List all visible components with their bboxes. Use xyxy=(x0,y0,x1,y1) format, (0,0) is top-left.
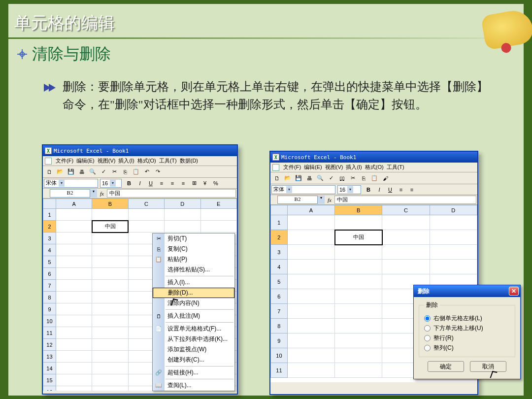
context-menu-item[interactable]: 选择性粘贴(S)... xyxy=(153,265,234,275)
cell[interactable] xyxy=(382,245,430,260)
format-painter-button[interactable]: 🖌 xyxy=(380,173,390,183)
row-header[interactable]: 2 xyxy=(271,230,288,245)
open-button[interactable]: 📂 xyxy=(55,167,65,177)
cell[interactable] xyxy=(287,215,334,230)
underline-button[interactable]: U xyxy=(385,185,395,195)
dropdown-icon[interactable]: ▾ xyxy=(318,196,325,204)
name-box[interactable]: B2 xyxy=(277,196,318,204)
row-header[interactable]: 6 xyxy=(271,289,288,304)
row-header[interactable]: 12 xyxy=(43,339,56,351)
cut-button[interactable]: ✂ xyxy=(348,173,358,183)
menu-tools[interactable]: 工具(T) xyxy=(159,157,177,165)
row-header[interactable]: 10 xyxy=(43,315,56,327)
col-header[interactable]: C xyxy=(128,199,164,209)
context-menu-item[interactable]: 🔗超链接(H)... xyxy=(153,367,234,378)
menu-format[interactable]: 格式(O) xyxy=(137,157,156,165)
cell[interactable] xyxy=(92,327,128,339)
col-header[interactable]: C xyxy=(382,205,430,215)
font-combo[interactable]: 宋体▾ xyxy=(271,185,335,194)
cell[interactable] xyxy=(56,339,92,351)
row-header[interactable]: 6 xyxy=(43,268,56,280)
cell[interactable] xyxy=(430,245,477,260)
row-header[interactable]: 16 xyxy=(43,386,56,391)
cell[interactable] xyxy=(287,333,334,348)
menu-edit[interactable]: 编辑(E) xyxy=(304,164,322,171)
cell[interactable] xyxy=(335,319,382,333)
new-button[interactable]: 🗋 xyxy=(272,173,282,183)
align-center-button[interactable]: ≡ xyxy=(167,178,177,188)
fontsize-combo[interactable]: 16▾ xyxy=(337,185,361,194)
bold-button[interactable]: B xyxy=(364,185,373,195)
paste-button[interactable]: 📋 xyxy=(131,167,141,177)
close-button[interactable]: ✕ xyxy=(509,287,519,296)
open-button[interactable]: 📂 xyxy=(283,173,293,183)
redo-button[interactable]: ↷ xyxy=(153,167,163,177)
cell[interactable] xyxy=(128,221,164,233)
row-header[interactable]: 5 xyxy=(43,256,56,268)
context-menu-item[interactable]: 创建列表(C)... xyxy=(153,355,234,365)
radio-shift-left[interactable]: 右侧单元格左移(L) xyxy=(424,313,510,323)
fx-icon[interactable]: fx xyxy=(100,191,104,197)
percent-button[interactable]: % xyxy=(211,178,221,188)
cell[interactable] xyxy=(335,348,382,363)
cell[interactable] xyxy=(56,268,92,280)
cell[interactable] xyxy=(165,221,200,233)
context-menu-item[interactable]: 插入(I)... xyxy=(153,277,234,288)
row-header[interactable]: 3 xyxy=(271,245,288,260)
spell-button[interactable]: ✓ xyxy=(326,173,336,183)
menu-file[interactable]: 文件(F) xyxy=(283,164,301,171)
row-header[interactable]: 8 xyxy=(43,292,56,303)
col-header[interactable]: B xyxy=(335,205,382,215)
research-button[interactable]: 🕮 xyxy=(337,173,347,183)
underline-button[interactable]: U xyxy=(146,178,156,188)
cell[interactable] xyxy=(56,315,92,327)
fontsize-combo[interactable]: 16▾ xyxy=(100,179,122,188)
menu-format[interactable]: 格式(O) xyxy=(365,164,384,171)
dialog-titlebar[interactable]: 删除 ✕ xyxy=(414,285,520,297)
row-header[interactable]: 3 xyxy=(43,233,56,244)
save-button[interactable]: 💾 xyxy=(66,167,76,177)
cell[interactable] xyxy=(128,209,164,221)
titlebar[interactable]: X Microsoft Excel - Book1 xyxy=(270,152,477,163)
context-menu-item[interactable]: 添加监视点(W) xyxy=(153,344,234,355)
cell[interactable] xyxy=(56,280,92,292)
print-button[interactable]: 🖶 xyxy=(304,173,314,183)
cell[interactable] xyxy=(92,315,128,327)
radio-input[interactable] xyxy=(424,335,431,341)
row-header[interactable]: 4 xyxy=(271,260,288,274)
row-header[interactable]: 7 xyxy=(43,280,56,292)
cell[interactable] xyxy=(92,303,128,315)
name-box[interactable]: B2 xyxy=(50,189,90,198)
cell[interactable] xyxy=(56,386,92,391)
undo-button[interactable]: ↶ xyxy=(142,167,152,177)
col-header[interactable]: E xyxy=(200,199,236,209)
cell[interactable] xyxy=(165,209,200,221)
currency-button[interactable]: ¥ xyxy=(200,178,210,188)
row-header[interactable]: 14 xyxy=(43,363,56,374)
cell[interactable] xyxy=(92,363,128,374)
row-header[interactable]: 4 xyxy=(43,244,56,256)
formula-bar[interactable]: 中国 xyxy=(334,196,476,204)
select-all-corner[interactable] xyxy=(271,205,288,215)
cell[interactable] xyxy=(56,374,92,386)
paste-button[interactable]: 📋 xyxy=(369,173,379,183)
ok-button[interactable]: 确定 xyxy=(428,361,464,372)
preview-button[interactable]: 🔍 xyxy=(88,167,98,177)
row-header[interactable]: 13 xyxy=(43,351,56,363)
cell[interactable] xyxy=(92,233,128,244)
titlebar[interactable]: X Microsoft Excel - Book1 xyxy=(43,145,237,156)
cell[interactable] xyxy=(56,221,92,233)
cell[interactable] xyxy=(92,209,128,221)
cell[interactable] xyxy=(287,230,334,245)
menu-tools[interactable]: 工具(T) xyxy=(387,164,404,171)
cell[interactable] xyxy=(287,289,334,304)
col-header[interactable]: D xyxy=(165,199,200,209)
cell[interactable] xyxy=(287,363,334,378)
cell[interactable] xyxy=(335,289,382,304)
cell[interactable] xyxy=(56,303,92,315)
cell[interactable] xyxy=(56,292,92,303)
menu-file[interactable]: 文件(F) xyxy=(56,157,73,165)
cell[interactable] xyxy=(56,244,92,256)
cell[interactable] xyxy=(56,209,92,221)
cancel-button[interactable]: 取消 xyxy=(470,361,506,372)
